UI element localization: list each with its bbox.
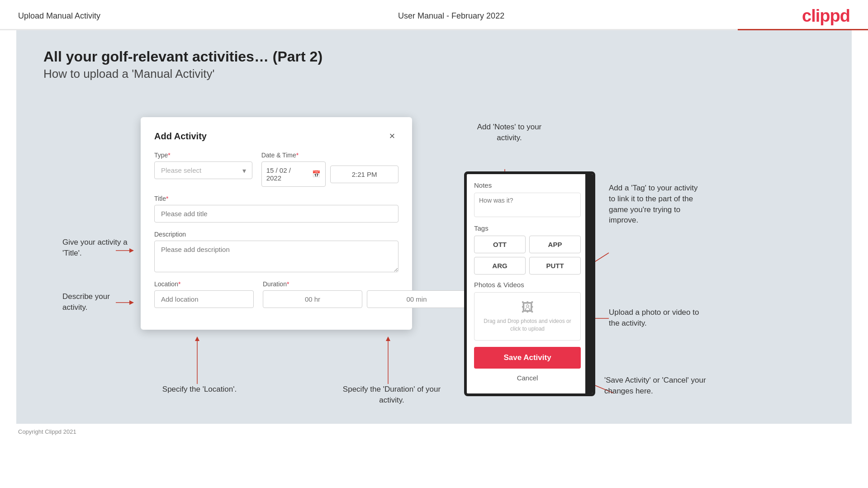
photo-upload-area[interactable]: 🖼 Drag and Drop photos and videos or cli…: [474, 292, 581, 341]
duration-annotation-text: Specify the 'Duration' of your activity.: [343, 385, 441, 404]
desc-annotation: Describe your activity.: [62, 291, 130, 313]
modal-header: Add Activity ×: [154, 130, 398, 142]
page-title: Upload Manual Activity: [18, 11, 100, 21]
date-input[interactable]: 15 / 02 / 2022 📅: [261, 161, 326, 187]
svg-marker-14: [386, 336, 390, 341]
duration-inputs: [263, 290, 466, 308]
calendar-icon: 📅: [312, 170, 321, 178]
duration-annotation: Specify the 'Duration' of your activity.: [342, 384, 441, 406]
type-datetime-row: Type* Please select ▾ Date & Time*: [154, 152, 398, 187]
copyright-text: Copyright Clippd 2021: [18, 428, 76, 435]
location-duration-row: Location* Duration*: [154, 280, 398, 308]
save-annotation: 'Save Activity' or 'Cancel' your changes…: [604, 375, 708, 397]
description-group: Description: [154, 231, 398, 272]
title-input[interactable]: [154, 205, 398, 223]
tags-section-label: Tags: [474, 224, 581, 232]
type-select[interactable]: Please select: [154, 161, 252, 179]
description-label: Description: [154, 231, 398, 238]
tags-grid: OTTAPPARGPUTT: [474, 236, 581, 275]
datetime-group: Date & Time* 15 / 02 / 2022 📅 2:21 PM: [261, 152, 398, 187]
duration-hr-input[interactable]: [263, 290, 362, 308]
description-textarea[interactable]: [154, 241, 398, 272]
type-select-wrapper: Please select ▾: [154, 161, 252, 179]
phone-panel: Notes Tags OTTAPPARGPUTT Photos & Videos…: [464, 171, 595, 396]
modal-title-text: Add Activity: [154, 131, 207, 142]
type-group: Type* Please select ▾: [154, 152, 252, 187]
location-label: Location*: [154, 280, 254, 288]
save-annotation-text: 'Save Activity' or 'Cancel' your changes…: [604, 376, 706, 395]
photos-section-label: Photos & Videos: [474, 281, 581, 289]
manual-title: User Manual - February 2022: [398, 11, 504, 21]
add-activity-modal: Add Activity × Type* Please select ▾: [141, 117, 412, 330]
duration-label: Duration*: [263, 280, 466, 288]
datetime-label: Date & Time*: [261, 152, 398, 159]
title-row: Title*: [154, 195, 398, 223]
tag-annotation-text: Add a 'Tag' to your activity to link it …: [609, 184, 697, 224]
photo-annotation: Upload a photo or video to the activity.: [609, 307, 704, 329]
photo-upload-text: Drag and Drop photos and videos or click…: [479, 317, 576, 333]
photo-icon: 🖼: [521, 300, 534, 315]
description-row: Description: [154, 231, 398, 272]
tag-button-ott[interactable]: OTT: [474, 236, 526, 253]
tag-annotation: Add a 'Tag' to your activity to link it …: [609, 183, 704, 226]
duration-min-input[interactable]: [367, 290, 466, 308]
tag-button-putt[interactable]: PUTT: [529, 257, 581, 275]
datetime-inputs: 15 / 02 / 2022 📅 2:21 PM: [261, 161, 398, 187]
location-annotation-text: Specify the 'Location'.: [162, 385, 237, 393]
notes-section-label: Notes: [474, 181, 581, 189]
photo-annotation-text: Upload a photo or video to the activity.: [609, 308, 699, 327]
tag-button-app[interactable]: APP: [529, 236, 581, 253]
title-label: Title*: [154, 195, 398, 202]
time-input[interactable]: 2:21 PM: [330, 166, 398, 183]
title-annotation: Give your activity a 'Title'.: [62, 237, 133, 259]
title-group: Title*: [154, 195, 398, 223]
notes-annotation-text: Add 'Notes' to your activity.: [477, 123, 542, 142]
title-annotation-text: Give your activity a 'Title'.: [62, 238, 128, 257]
location-annotation: Specify the 'Location'.: [152, 384, 247, 395]
cancel-button[interactable]: Cancel: [474, 374, 581, 386]
type-label: Type*: [154, 152, 252, 159]
main-content: All your golf-relevant activities… (Part…: [16, 30, 852, 424]
save-activity-button[interactable]: Save Activity: [474, 347, 581, 369]
location-input[interactable]: [154, 290, 254, 308]
notes-textarea[interactable]: [474, 193, 581, 217]
logo: clippd: [802, 6, 850, 26]
main-heading: All your golf-relevant activities… (Part…: [43, 48, 825, 65]
notes-annotation: Add 'Notes' to your activity.: [469, 122, 550, 143]
footer: Copyright Clippd 2021: [0, 424, 868, 440]
location-group: Location*: [154, 280, 254, 308]
main-subheading: How to upload a 'Manual Activity': [43, 67, 825, 81]
desc-annotation-text: Describe your activity.: [62, 292, 110, 312]
svg-marker-11: [195, 336, 199, 341]
tag-button-arg[interactable]: ARG: [474, 257, 526, 275]
duration-group: Duration*: [263, 280, 466, 308]
modal-close-button[interactable]: ×: [386, 130, 398, 142]
header: Upload Manual Activity User Manual - Feb…: [0, 0, 868, 30]
date-value: 15 / 02 / 2022: [266, 166, 308, 182]
